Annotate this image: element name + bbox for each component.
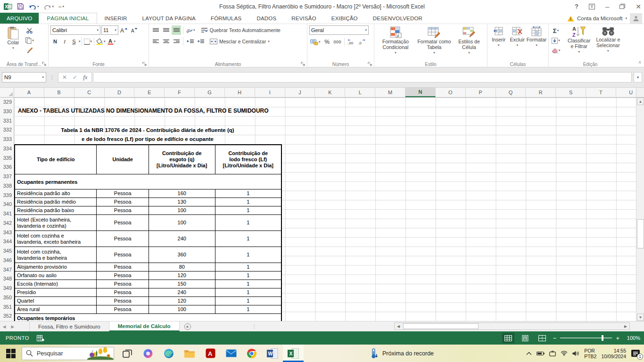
excel-logo-icon[interactable]: X [4,3,12,10]
account-area[interactable]: Conta da Microsoft ▾ [567,13,642,24]
table-cell[interactable]: 1 [215,189,281,197]
row-header-331[interactable]: 331 [0,116,14,126]
row-header-343[interactable]: 343 [0,228,14,238]
start-button[interactable] [0,345,22,362]
close-button[interactable]: ✕ [636,3,641,10]
zoom-out-button[interactable]: − [553,335,557,342]
ribbon-display-options-button[interactable] [589,4,595,9]
align-right-button[interactable] [172,37,181,46]
wifi-icon[interactable] [561,351,568,356]
sheet-nav-right-icon[interactable]: ▶ [8,321,17,331]
column-header-H[interactable]: H [225,88,255,97]
copilot-button[interactable] [138,345,158,362]
table-cell[interactable]: Pessoa [97,206,149,214]
ribbon-tab-inserir[interactable]: INSERIR [97,13,135,24]
ribbon-tab-p-gina-inicial[interactable]: PÁGINA INICIAL [39,13,97,24]
shrink-font-button[interactable]: A [130,25,139,35]
save-button[interactable] [17,3,24,10]
undo-caret-icon[interactable]: ▾ [37,5,39,8]
scroll-up-button[interactable]: ▲ [637,98,644,105]
table-cell[interactable]: 100 [149,215,215,230]
row-header-348[interactable]: 348 [0,274,14,284]
table-cell[interactable]: 1 [215,288,281,296]
table-cell[interactable]: 1 [215,198,281,206]
sort-filter-button[interactable]: AZ Classificar e Filtrar▾ [565,25,593,60]
ribbon-tab-layout-da-p-gina[interactable]: LAYOUT DA PÁGINA [135,13,203,24]
expand-formula-bar-button[interactable]: ▾ [634,72,642,82]
grow-font-button[interactable]: A [119,25,129,35]
macro-record-button[interactable] [37,335,44,341]
table-cell[interactable]: Pessoa [97,198,149,206]
restore-button[interactable] [619,4,625,9]
align-center-button[interactable] [161,37,171,46]
table-cell[interactable]: Residência padrão médio [15,198,97,206]
table-cell[interactable]: Unidade [97,145,149,174]
redo-button[interactable]: ▾ [44,4,54,9]
horizontal-scroll-thumb[interactable] [403,323,479,329]
paste-button[interactable]: Colar▾ [2,25,25,55]
account-label[interactable]: Conta da Microsoft [577,16,623,21]
table-cell[interactable]: 1 [215,215,281,230]
zoom-in-button[interactable]: + [616,335,619,342]
fill-button[interactable]: ▾ [551,36,561,45]
format-painter-button[interactable] [25,46,35,55]
table-cell[interactable]: Escola (Internato) [15,280,97,288]
row-header-333[interactable]: 333 [0,135,14,144]
increase-indent-button[interactable] [196,37,205,46]
table-cell[interactable]: 150 [149,280,215,288]
scroll-left-button[interactable]: ◀ [395,323,402,329]
row-header-340[interactable]: 340 [0,200,14,209]
sheet-tab-memorial[interactable]: Memorial de Cálculo [109,321,180,331]
table-cell[interactable]: Pessoa [97,280,149,288]
delete-cells-button[interactable]: Excluir▾ [508,25,527,60]
increase-decimal-button[interactable]: ,00 [347,37,356,47]
table-cell[interactable]: 1 [215,272,281,280]
align-middle-button[interactable] [161,25,171,35]
scroll-down-button[interactable]: ▼ [637,313,644,321]
table-cell[interactable]: 1 [215,231,281,247]
align-top-button[interactable] [151,25,160,35]
row-header-332[interactable]: 332 [0,125,14,135]
format-cells-button[interactable]: Formatar▾ [527,25,546,60]
row-header-344[interactable]: 344 [0,237,14,247]
page-layout-view-button[interactable] [519,333,531,343]
excel-taskbar-button[interactable]: X [283,345,304,362]
avatar[interactable] [630,13,642,24]
row-header-336[interactable]: 336 [0,163,14,172]
table-section-permanentes[interactable]: Ocupantes permanentes [15,174,281,189]
font-dialog-launcher[interactable] [142,62,147,66]
chrome-button[interactable] [241,345,262,362]
row-header-341[interactable]: 341 [0,209,14,219]
column-header-P[interactable]: P [466,88,496,97]
row-header-346[interactable]: 346 [0,256,14,265]
help-button[interactable]: ? [575,3,578,10]
font-size-select[interactable]: 11▾ [101,25,118,35]
find-select-button[interactable]: Localizar e Selecionar▾ [593,25,623,60]
table-cell[interactable]: 240 [149,288,215,296]
number-format-select[interactable]: Geral▾ [309,25,369,35]
page-break-view-button[interactable] [536,333,548,343]
decrease-indent-button[interactable] [185,37,195,46]
column-header-G[interactable]: G [195,88,225,97]
vertical-scroll-thumb[interactable] [637,219,644,248]
undo-button[interactable]: ▾ [29,4,39,9]
table-cell[interactable]: 80 [149,263,215,271]
borders-button[interactable]: ▾ [83,37,93,46]
accounting-format-button[interactable]: ▾ [309,37,322,47]
name-box[interactable]: N9▾ [2,72,46,82]
table-cell[interactable]: Hotel com cozinha e lavanderia, exceto b… [15,231,97,247]
sheet-tab-fossa[interactable]: Fossa, Filtro e Sumidouro [29,321,109,331]
table-cell[interactable]: 100 [149,305,215,313]
weather-widget[interactable]: Próxima do recorde [371,348,434,359]
cell-styles-button[interactable]: Estilos de Célula▾ [454,25,485,60]
table-cell[interactable]: Hotel (Exceto banheira, lavanderia e coz… [15,215,97,230]
table-cell[interactable]: Pessoa [97,263,149,271]
conditional-formatting-button[interactable]: ≠ Formatação Condicional▾ [376,25,415,60]
table-cell[interactable]: Contribuição de lodo fresco (Lf) [Litro/… [215,145,281,174]
table-cell[interactable]: Pessoa [97,247,149,263]
table-cell[interactable]: Tipo de edifício [15,145,97,174]
row-header-352[interactable]: 352 [0,312,14,321]
column-header-E[interactable]: E [134,88,165,97]
table-cell[interactable]: Área rural [15,305,97,313]
row-header-347[interactable]: 347 [0,265,14,275]
